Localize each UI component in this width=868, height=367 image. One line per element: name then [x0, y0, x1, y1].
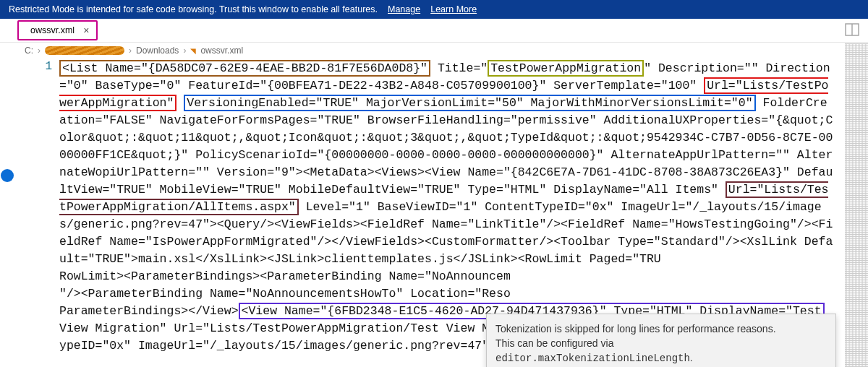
restricted-manage-link[interactable]: Manage	[388, 4, 420, 14]
breadcrumb[interactable]: C: › › Downloads › ◥ owssvr.xml	[0, 43, 868, 57]
activity-badge[interactable]	[1, 169, 14, 182]
close-icon[interactable]: ×	[79, 25, 89, 36]
tooltip-line2: This can be configured via	[495, 337, 613, 349]
restricted-learn-more-link[interactable]: Learn More	[430, 4, 477, 14]
tokenization-tooltip: Tokenization is skipped for long lines f…	[486, 314, 836, 367]
hl-list-title: TestPowerAppMigration	[488, 60, 644, 77]
tab-owssvr-xml[interactable]: owssvr.xml ×	[17, 20, 98, 40]
line-number-1: 1	[14, 60, 52, 73]
tooltip-setting: editor.maxTokenizationLineLength	[495, 353, 690, 364]
chevron-right-icon: ›	[183, 46, 186, 56]
split-editor-icon[interactable]	[845, 23, 859, 36]
hl-list-name: <List Name="{DA58DC07-62E9-4EAE-BB2D-81F…	[59, 60, 430, 77]
minimap[interactable]	[845, 43, 868, 367]
breadcrumb-seg-0: C:	[25, 46, 33, 56]
editor-tab-bar: owssvr.xml ×	[0, 19, 868, 43]
restricted-mode-message: Restricted Mode is intended for safe cod…	[9, 4, 378, 14]
breadcrumb-redacted	[45, 46, 124, 55]
restricted-mode-banner: Restricted Mode is intended for safe cod…	[0, 0, 868, 19]
code-viewport[interactable]: <List Name="{DA58DC07-62E9-4EAE-BB2D-81F…	[59, 57, 868, 366]
line-number-gutter: 1	[14, 57, 59, 366]
breadcrumb-seg-2: Downloads	[136, 46, 179, 56]
breadcrumb-seg-3: owssvr.xml	[200, 46, 243, 56]
editor-area: 1 <List Name="{DA58DC07-62E9-4EAE-BB2D-8…	[0, 57, 868, 366]
activity-bar	[0, 57, 14, 366]
chevron-right-icon: ›	[38, 46, 41, 56]
hl-versioning: VersioningEnabled="TRUE" MajorVersionLim…	[184, 95, 755, 111]
chevron-right-icon: ›	[129, 46, 132, 56]
tab-filename: owssvr.xml	[30, 25, 75, 35]
rss-icon: ◥	[190, 47, 196, 55]
code-content[interactable]: <List Name="{DA58DC07-62E9-4EAE-BB2D-81F…	[59, 57, 836, 355]
tooltip-line1: Tokenization is skipped for long lines f…	[495, 321, 827, 336]
